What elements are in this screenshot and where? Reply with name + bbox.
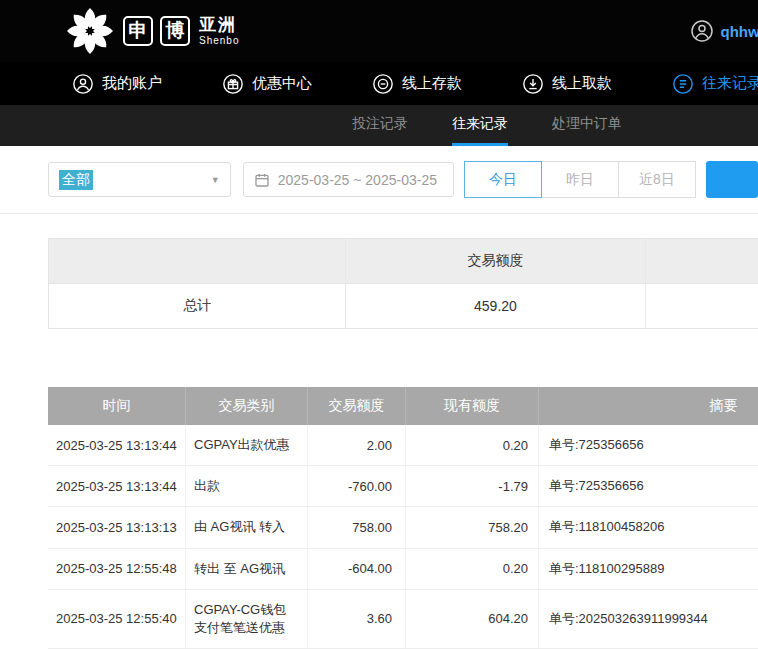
- withdraw-icon: [522, 73, 544, 95]
- cell-balance: 0.20: [405, 425, 538, 465]
- table-header-row: 时间 交易类别 交易额度 现有额度 摘要: [48, 387, 758, 425]
- tab-transaction-records[interactable]: 往来记录: [452, 105, 508, 146]
- cell-summary: 单号:725356656: [538, 466, 758, 506]
- tab-betting-records[interactable]: 投注记录: [352, 105, 408, 146]
- top-header: 申 博 亚洲 Shenbo qhhw2: [0, 0, 758, 62]
- chevron-down-icon: ▼: [211, 175, 220, 185]
- cell-summary: 单号:725356656: [538, 425, 758, 465]
- cell-summary: 单号:118100458206: [538, 507, 758, 547]
- nav-item-label: 优惠中心: [252, 74, 312, 93]
- logo-char-bo: 博: [160, 16, 190, 46]
- nav-item-my-account[interactable]: 我的账户: [72, 73, 162, 95]
- flower-logo-icon: [64, 5, 116, 57]
- records-icon: [672, 73, 694, 95]
- filter-bar: 全部 ▼ 2025-03-25 ~ 2025-03-25 今日 昨日 近8日: [0, 146, 758, 214]
- gift-icon: [222, 73, 244, 95]
- table-row: 2025-03-25 12:55:48 转出 至 AG视讯 -604.00 0.…: [48, 549, 758, 590]
- summary-header-blank: [49, 239, 345, 283]
- records-table: 时间 交易类别 交易额度 现有额度 摘要 2025-03-25 13:13:44…: [48, 387, 758, 649]
- tab-processing-orders[interactable]: 处理中订单: [552, 105, 622, 146]
- nav-item-online-deposit[interactable]: 线上存款: [372, 73, 462, 95]
- summary-table: 交易额度 总计 459.20: [48, 238, 758, 329]
- column-header-balance: 现有额度: [405, 387, 538, 425]
- column-header-type: 交易类别: [185, 387, 307, 425]
- date-range-value: 2025-03-25 ~ 2025-03-25: [278, 172, 437, 188]
- logo-char-shen: 申: [123, 16, 153, 46]
- cell-amount: 758.00: [307, 507, 405, 547]
- user-icon: [72, 73, 94, 95]
- table-row: 2025-03-25 13:13:13 由 AG视讯 转入 758.00 758…: [48, 507, 758, 548]
- table-body: 2025-03-25 13:13:44 CGPAY出款优惠 2.00 0.20 …: [48, 425, 758, 649]
- summary-total-label: 总计: [49, 284, 345, 328]
- yesterday-button[interactable]: 昨日: [541, 161, 619, 198]
- deposit-coin-icon: [372, 73, 394, 95]
- cell-time: 2025-03-25 12:55:40: [48, 590, 185, 648]
- summary-total-row: 总计 459.20: [49, 284, 758, 328]
- column-header-time: 时间: [48, 387, 185, 425]
- cell-type: CGPAY-CG钱包支付笔笔送优惠: [185, 590, 307, 648]
- logo-region: 亚洲: [199, 16, 239, 33]
- date-range-input[interactable]: 2025-03-25 ~ 2025-03-25: [243, 162, 454, 197]
- cell-time: 2025-03-25 13:13:13: [48, 507, 185, 547]
- logo-subtitle: Shenbo: [199, 36, 239, 46]
- last-8-days-button[interactable]: 近8日: [618, 161, 696, 198]
- cell-balance: -1.79: [405, 466, 538, 506]
- cell-amount: 2.00: [307, 425, 405, 465]
- nav-item-label: 线上取款: [552, 74, 612, 93]
- cell-balance: 758.20: [405, 507, 538, 547]
- nav-item-online-withdrawal[interactable]: 线上取款: [522, 73, 612, 95]
- cell-time: 2025-03-25 13:13:44: [48, 466, 185, 506]
- user-account[interactable]: qhhw2: [690, 0, 758, 62]
- calendar-icon: [254, 172, 270, 188]
- summary-header-blank-2: [645, 239, 758, 283]
- summary-header-amount: 交易额度: [345, 239, 644, 283]
- cell-amount: 3.60: [307, 590, 405, 648]
- type-select[interactable]: 全部 ▼: [48, 162, 231, 197]
- nav-item-promotions[interactable]: 优惠中心: [222, 73, 312, 95]
- quick-date-buttons: 今日 昨日 近8日: [464, 161, 696, 198]
- user-avatar-icon: [690, 19, 714, 43]
- today-button[interactable]: 今日: [464, 161, 542, 198]
- username: qhhw2: [721, 23, 758, 40]
- cell-amount: -604.00: [307, 549, 405, 589]
- cell-type: 由 AG视讯 转入: [185, 507, 307, 547]
- cell-balance: 0.20: [405, 549, 538, 589]
- cell-amount: -760.00: [307, 466, 405, 506]
- search-button[interactable]: [706, 161, 758, 198]
- nav-item-label: 我的账户: [102, 74, 162, 93]
- cell-type: CGPAY出款优惠: [185, 425, 307, 465]
- cell-summary: 单号:118100295889: [538, 549, 758, 589]
- table-row: 2025-03-25 13:13:44 CGPAY出款优惠 2.00 0.20 …: [48, 425, 758, 466]
- brand-logo[interactable]: 申 博 亚洲 Shenbo: [64, 5, 239, 57]
- nav-item-label: 往来记录: [702, 74, 758, 93]
- summary-total-value: 459.20: [345, 284, 644, 328]
- column-header-summary: 摘要: [538, 387, 758, 425]
- cell-time: 2025-03-25 13:13:44: [48, 425, 185, 465]
- table-row: 2025-03-25 12:55:40 CGPAY-CG钱包支付笔笔送优惠 3.…: [48, 590, 758, 649]
- transaction-records-page: 申 博 亚洲 Shenbo qhhw2: [0, 0, 758, 649]
- summary-header-row: 交易额度: [49, 239, 758, 284]
- main-nav: 我的账户 优惠中心 线上存款: [0, 62, 758, 105]
- cell-balance: 604.20: [405, 590, 538, 648]
- nav-item-label: 线上存款: [402, 74, 462, 93]
- cell-time: 2025-03-25 12:55:48: [48, 549, 185, 589]
- column-header-amount: 交易额度: [307, 387, 405, 425]
- cell-type: 出款: [185, 466, 307, 506]
- nav-item-transaction-records[interactable]: 往来记录: [672, 73, 758, 95]
- table-row: 2025-03-25 13:13:44 出款 -760.00 -1.79 单号:…: [48, 466, 758, 507]
- summary-total-blank: [645, 284, 758, 328]
- cell-type: 转出 至 AG视讯: [185, 549, 307, 589]
- sub-nav: 投注记录 往来记录 处理中订单: [0, 105, 758, 146]
- type-select-value: 全部: [59, 170, 93, 190]
- cell-summary: 单号:202503263911999344: [538, 590, 758, 648]
